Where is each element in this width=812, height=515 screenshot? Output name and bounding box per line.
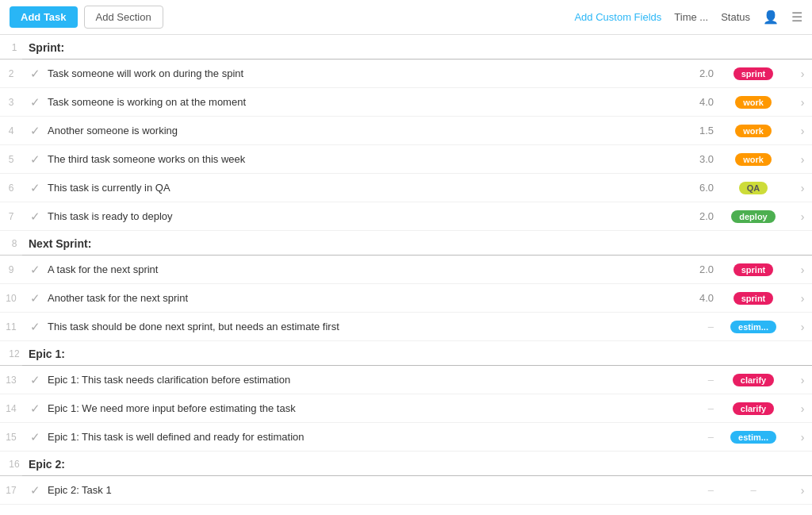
table-row[interactable]: 5 ✓ The third task someone works on this… [0,145,812,174]
task-checkbox[interactable]: ✓ [22,423,48,452]
row-number: 8 [0,231,22,256]
table-row[interactable]: 9 ✓ A task for the next sprint 2.0 sprin… [0,256,812,284]
check-icon: ✓ [30,152,40,166]
check-icon: ✓ [30,181,40,194]
status-badge: work [735,96,772,109]
section-title: Next Sprint: [29,237,91,250]
task-checkbox[interactable]: ✓ [22,145,48,174]
row-number: 11 [0,313,22,341]
task-expand-icon[interactable]: › [793,366,812,394]
task-name: A task for the next sprint [48,256,650,284]
task-checkbox[interactable]: ✓ [22,60,48,88]
task-checkbox[interactable]: ✓ [22,284,48,313]
task-expand-icon[interactable]: › [793,284,812,313]
task-expand-icon[interactable]: › [793,313,812,341]
task-status-cell: work [714,117,793,145]
time-header[interactable]: Time ... [674,11,708,23]
time-value: 2.0 [699,210,714,222]
settings-icon[interactable]: ☰ [791,10,802,25]
task-checkbox[interactable]: ✓ [22,366,48,394]
row-number: 6 [0,174,22,202]
task-expand-icon[interactable]: › [793,476,812,505]
table-row[interactable]: 11 ✓ This task should be done next sprin… [0,313,812,341]
task-time: 2.0 [650,202,714,231]
task-expand-icon[interactable]: › [793,256,812,284]
task-name: Epic 1: We need more input before estima… [48,394,650,423]
status-badge: estim... [730,321,776,333]
task-status-cell: estim... [714,423,793,452]
task-checkbox[interactable]: ✓ [22,476,48,505]
task-name: Another someone is working [48,117,650,145]
status-badge: clarify [733,374,774,386]
table-row[interactable]: 3 ✓ Task someone is working on at the mo… [0,88,812,117]
time-value: 3.0 [699,153,714,165]
check-icon: ✓ [30,430,40,444]
check-icon: ✓ [30,373,40,386]
time-dash: – [708,321,714,332]
table-row[interactable]: 2 ✓ Task someone will work on during the… [0,60,812,88]
task-time: – [650,423,714,452]
task-name: Task someone is working on at the moment [48,88,650,117]
person-icon[interactable]: 👤 [763,10,779,25]
time-dash: – [708,431,714,443]
status-header[interactable]: Status [721,11,750,23]
task-expand-icon[interactable]: › [793,394,812,423]
task-time: 4.0 [650,284,714,313]
table-row[interactable]: 15 ✓ Epic 1: This task is well defined a… [0,423,812,452]
add-custom-fields-link[interactable]: Add Custom Fields [574,11,661,23]
section-row-epic1: 12 Epic 1: [0,341,812,366]
time-value: 4.0 [699,292,714,304]
task-time: – [650,366,714,394]
check-icon: ✓ [30,95,40,109]
table-row[interactable]: 10 ✓ Another task for the next sprint 4.… [0,284,812,313]
table-row[interactable]: 7 ✓ This task is ready to deploy 2.0 dep… [0,202,812,231]
table-row[interactable]: 6 ✓ This task is currently in QA 6.0 QA … [0,174,812,202]
task-checkbox[interactable]: ✓ [22,117,48,145]
time-value: 2.0 [699,263,714,275]
task-checkbox[interactable]: ✓ [22,88,48,117]
section-row-sprint: 1 Sprint: [0,35,812,60]
time-value: 6.0 [699,182,714,194]
task-checkbox[interactable]: ✓ [22,313,48,341]
section-title: Sprint: [29,41,64,54]
table-row[interactable]: 13 ✓ Epic 1: This task needs clarificati… [0,366,812,394]
task-checkbox[interactable]: ✓ [22,394,48,423]
task-expand-icon[interactable]: › [793,423,812,452]
task-expand-icon[interactable]: › [793,505,812,516]
table-row[interactable]: 18 ✓ Epic 2: Task 2 – – › [0,505,812,516]
check-icon: ✓ [30,483,40,497]
task-checkbox[interactable]: ✓ [22,505,48,516]
status-badge: estim... [730,431,776,444]
task-expand-icon[interactable]: › [793,117,812,145]
add-task-button[interactable]: Add Task [10,6,78,28]
task-status-cell: – [714,505,793,516]
row-number: 4 [0,117,22,145]
table-row[interactable]: 14 ✓ Epic 1: We need more input before e… [0,394,812,423]
row-number: 5 [0,145,22,174]
section-row-next-sprint: 8 Next Sprint: [0,231,812,256]
task-checkbox[interactable]: ✓ [22,174,48,202]
row-number: 1 [0,35,22,60]
task-name: Another task for the next sprint [48,284,650,313]
add-section-button[interactable]: Add Section [84,6,163,29]
task-status-cell: clarify [714,394,793,423]
task-checkbox[interactable]: ✓ [22,256,48,284]
status-badge: sprint [733,67,774,80]
task-expand-icon[interactable]: › [793,145,812,174]
task-checkbox[interactable]: ✓ [22,202,48,231]
task-time: 2.0 [650,256,714,284]
task-expand-icon[interactable]: › [793,88,812,117]
task-expand-icon[interactable]: › [793,60,812,88]
table-row[interactable]: 17 ✓ Epic 2: Task 1 – – › [0,476,812,505]
task-name: The third task someone works on this wee… [48,145,650,174]
task-name: Epic 2: Task 2 [48,505,650,516]
time-value: 1.5 [699,125,714,136]
task-name: This task is currently in QA [48,174,650,202]
check-icon: ✓ [30,512,40,516]
task-status-cell: – [714,476,793,505]
table-row[interactable]: 4 ✓ Another someone is working 1.5 work … [0,117,812,145]
task-time: 2.0 [650,60,714,88]
task-expand-icon[interactable]: › [793,202,812,231]
task-expand-icon[interactable]: › [793,174,812,202]
task-name: Epic 2: Task 1 [48,476,650,505]
